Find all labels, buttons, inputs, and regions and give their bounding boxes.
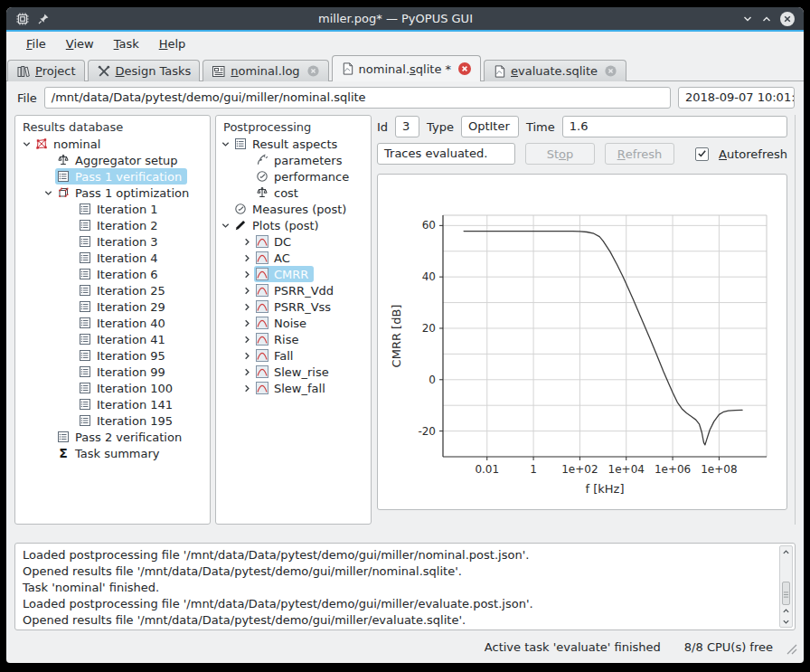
tree-item-parameters[interactable]: parameters [216, 152, 371, 168]
expander-right-icon[interactable] [240, 351, 254, 361]
svg-text:CMRR [dB]: CMRR [dB] [390, 305, 403, 368]
expander-down-icon[interactable] [218, 139, 232, 149]
tab-close-icon[interactable] [457, 62, 472, 76]
list-icon [78, 397, 92, 412]
tree-item-iteration-29[interactable]: Iteration 29 [15, 298, 210, 315]
menu-task[interactable]: Task [105, 34, 148, 53]
window-title: miller.pog* — PyOPUS GUI [56, 12, 735, 25]
resize-grip[interactable] [786, 643, 797, 658]
tab-project[interactable]: Project [7, 60, 85, 81]
list-icon [78, 299, 92, 314]
tree-item-iteration-1[interactable]: Iteration 1 [15, 201, 210, 217]
log-output[interactable]: Loaded postprocessing file '/mnt/data/Da… [14, 543, 796, 630]
log-scrollbar[interactable] [779, 545, 793, 628]
tree-item-iteration-100[interactable]: Iteration 100 [15, 380, 210, 396]
expander-right-icon[interactable] [240, 253, 254, 263]
timestamp-field[interactable]: 2018-09-07 10:01:11 [678, 87, 795, 109]
id-field[interactable]: 3 [395, 116, 419, 137]
tree-item-iteration-41[interactable]: Iteration 41 [15, 331, 210, 347]
tree-item-measures-post[interactable]: Measures (post) [216, 201, 371, 217]
menu-help[interactable]: Help [150, 34, 195, 53]
expander-right-icon[interactable] [240, 335, 254, 345]
expander-down-icon[interactable] [218, 221, 232, 231]
tree-item-label: performance [274, 170, 349, 184]
tree-item-iteration-99[interactable]: Iteration 99 [15, 364, 210, 380]
tree-item-label: Pass 1 optimization [75, 186, 189, 200]
tree-item-cmrr[interactable]: CMRR [216, 266, 371, 282]
maximize-button[interactable] [760, 13, 773, 25]
tree-item-iteration-95[interactable]: Iteration 95 [15, 347, 210, 364]
results-database-panel: Results database nominalAggregator setup… [14, 115, 211, 525]
tree-item-nominal[interactable]: nominal [15, 136, 210, 152]
autorefresh-checkbox[interactable] [695, 147, 709, 161]
tree-item-result-aspects[interactable]: Result aspects [216, 136, 371, 152]
tree-item-fall[interactable]: Fall [216, 347, 371, 364]
tree-item-pass-1-verification[interactable]: Pass 1 verification [15, 168, 210, 185]
list-icon [78, 267, 92, 281]
menu-bar: FileViewTaskHelp [6, 32, 804, 55]
expander-right-icon[interactable] [240, 302, 254, 312]
menu-view[interactable]: View [57, 34, 103, 53]
tree-item-task-summary[interactable]: ΣTask summary [15, 445, 210, 461]
tree-item-label: Slew_rise [274, 365, 329, 379]
tab-nominal-log[interactable]: nominal.log [202, 60, 328, 81]
svg-text:1e+08: 1e+08 [701, 463, 737, 476]
scrollbar-thumb[interactable] [782, 582, 790, 605]
tab-nominal-sqlite[interactable]: nominal.sqlite * [332, 55, 481, 81]
tree-item-psrr-vdd[interactable]: PSRR_Vdd [216, 282, 371, 298]
scroll-up-icon[interactable] [782, 546, 790, 557]
tab-label: evaluate.sqlite [511, 64, 598, 78]
titlebar: miller.pog* — PyOPUS GUI [6, 7, 804, 30]
tree-item-iteration-141[interactable]: Iteration 141 [15, 396, 210, 412]
expander-right-icon[interactable] [240, 318, 254, 328]
minimize-button[interactable] [741, 13, 754, 25]
tab-evaluate-sqlite[interactable]: evaluate.sqlite [484, 60, 626, 81]
tab-design-tasks[interactable]: Design Tasks [88, 60, 201, 81]
tree-item-label: AC [274, 251, 290, 265]
list-icon [78, 234, 92, 249]
expander-down-icon[interactable] [41, 188, 55, 198]
expander-right-icon[interactable] [240, 367, 254, 377]
tab-close-icon[interactable] [604, 64, 617, 78]
expander-down-icon[interactable] [19, 139, 33, 149]
tree-item-iteration-6[interactable]: Iteration 6 [15, 266, 210, 282]
type-field[interactable]: OptIter [461, 116, 519, 137]
tree-item-noise[interactable]: Noise [216, 315, 371, 331]
expander-right-icon[interactable] [240, 286, 254, 296]
tree-item-slew-fall[interactable]: Slew_fall [216, 380, 371, 396]
menu-file[interactable]: File [17, 34, 55, 53]
tree-item-slew-rise[interactable]: Slew_rise [216, 364, 371, 380]
scroll-up2-icon[interactable] [782, 605, 790, 616]
file-path-input[interactable]: /mnt/data/Data/pytest/demo/gui/miller/no… [44, 87, 671, 109]
scroll-down-icon[interactable] [782, 616, 790, 627]
tree-item-performance[interactable]: performance [216, 168, 371, 185]
refresh-button[interactable]: Refresh [605, 143, 674, 165]
tree-item-cost[interactable]: cost [216, 185, 371, 201]
tree-item-iteration-25[interactable]: Iteration 25 [15, 282, 210, 298]
tree-item-rise[interactable]: Rise [216, 331, 371, 347]
tree-item-dc[interactable]: DC [216, 233, 371, 250]
time-field[interactable]: 1.6 [562, 116, 787, 137]
trace-status-field[interactable]: Traces evaluated. [377, 143, 515, 165]
tree-item-iteration-3[interactable]: Iteration 3 [15, 233, 210, 250]
expander-right-icon[interactable] [240, 383, 254, 393]
tree-item-iteration-4[interactable]: Iteration 4 [15, 250, 210, 266]
tree-item-aggregator-setup[interactable]: Aggregator setup [15, 152, 210, 168]
stop-button[interactable]: Stop [525, 143, 595, 165]
tab-close-icon[interactable] [306, 64, 320, 78]
pin-icon[interactable] [37, 13, 50, 25]
tree-item-pass-2-verification[interactable]: Pass 2 verification [15, 429, 210, 445]
tab-label: nominal.log [231, 64, 299, 78]
tree-item-ac[interactable]: AC [216, 250, 371, 266]
tree-item-iteration-195[interactable]: Iteration 195 [15, 412, 210, 429]
tree-item-psrr-vss[interactable]: PSRR_Vss [216, 298, 371, 315]
tree-item-iteration-40[interactable]: Iteration 40 [15, 315, 210, 331]
svg-text:1: 1 [530, 463, 537, 476]
tree-item-label: Iteration 1 [97, 203, 158, 216]
close-button[interactable] [779, 11, 796, 27]
expander-right-icon[interactable] [240, 237, 254, 247]
tree-item-plots-post[interactable]: Plots (post) [216, 217, 371, 233]
tree-item-pass-1-optimization[interactable]: Pass 1 optimization [15, 185, 210, 201]
expander-right-icon[interactable] [240, 270, 254, 279]
tree-item-iteration-2[interactable]: Iteration 2 [15, 217, 210, 233]
